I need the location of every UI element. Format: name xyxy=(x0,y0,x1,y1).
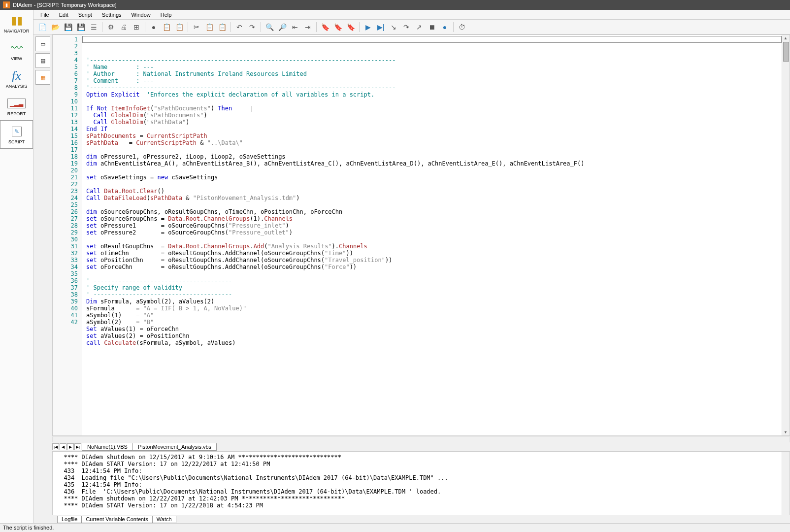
nav-view[interactable]: 〰VIEW xyxy=(0,37,33,65)
status-text: The script is finished. xyxy=(3,525,54,531)
nav-label: NAVIGATOR xyxy=(4,29,30,33)
tab-prev-icon[interactable]: ◀ xyxy=(60,443,66,450)
navigator-icon: ▮▮ xyxy=(8,14,26,28)
nav-script[interactable]: ✎SCRIPT xyxy=(0,120,33,149)
nav-report[interactable]: ▁▂▃REPORT xyxy=(0,93,33,120)
find-icon[interactable]: 🔍 xyxy=(263,21,275,33)
nav-analysis[interactable]: fxANALYSIS xyxy=(0,65,33,93)
status-bar: The script is finished. xyxy=(0,523,790,532)
code-area[interactable]: '---------------------------------------… xyxy=(82,35,782,435)
record-icon[interactable]: ● xyxy=(148,21,160,33)
undo-icon[interactable]: ↶ xyxy=(233,21,245,33)
menu-window[interactable]: Window xyxy=(127,12,156,18)
app-icon: ▮ xyxy=(3,1,10,8)
indent-icon[interactable]: ⇥ xyxy=(302,21,314,33)
replace-icon[interactable]: 🔎 xyxy=(276,21,288,33)
tab-last-icon[interactable]: ▶| xyxy=(74,443,81,450)
log-content[interactable]: **** DIAdem shutdown on 12/15/2017 at 9:… xyxy=(53,452,782,515)
open-icon[interactable]: 📂 xyxy=(49,21,61,33)
nav-label: SCRIPT xyxy=(8,139,25,144)
code-editor[interactable]: 1234567891011121314151617181920212223242… xyxy=(52,34,790,436)
log-tab-logfile[interactable]: Logfile xyxy=(57,516,82,523)
breakpoint-icon[interactable]: ● xyxy=(439,21,451,33)
tab-next-icon[interactable]: ▶ xyxy=(67,443,74,450)
run-to-icon[interactable]: ▶| xyxy=(375,21,387,33)
log-tab-bar: Logfile Current Variable Contents Watch xyxy=(52,515,790,523)
list-icon[interactable]: ☰ xyxy=(88,21,99,33)
menu-settings[interactable]: Settings xyxy=(97,12,127,18)
settings-icon[interactable]: ⚙ xyxy=(105,21,117,33)
left-nav-panel: ▮▮NAVIGATOR〰VIEWfxANALYSIS▁▂▃REPORT✎SCRI… xyxy=(0,10,33,532)
file-tab-bar: |◀ ◀ ▶ ▶| NoName(1).VBS PistonMovement_A… xyxy=(52,442,790,451)
doc2-icon[interactable]: 📋 xyxy=(173,21,185,33)
outdent-icon[interactable]: ⇤ xyxy=(289,21,301,33)
panel-icon-3[interactable]: ▦ xyxy=(35,70,50,85)
doc-icon[interactable]: 📋 xyxy=(161,21,172,33)
title-bar: ▮ DIAdem - [SCRIPT: Temporary Workspace] xyxy=(0,0,790,10)
scroll-thumb[interactable] xyxy=(783,42,789,62)
side-icon-bar: ▭ ▤ ▦ xyxy=(33,34,52,89)
copy-icon[interactable]: 📋 xyxy=(203,21,215,33)
window-title: DIAdem - [SCRIPT: Temporary Workspace] xyxy=(13,2,117,8)
bookmark-next-icon[interactable]: 🔖 xyxy=(345,21,357,33)
file-tab-piston[interactable]: PistonMovement_Analysis.vbs xyxy=(132,443,217,451)
nav-label: ANALYSIS xyxy=(6,84,27,89)
view-icon: 〰 xyxy=(8,41,26,55)
file-tab-noname[interactable]: NoName(1).VBS xyxy=(82,443,133,451)
profiler-icon[interactable]: ⏱ xyxy=(456,21,468,33)
nav-label: VIEW xyxy=(11,56,22,61)
paste-icon[interactable]: 📋 xyxy=(216,21,228,33)
vertical-scrollbar[interactable] xyxy=(782,35,790,435)
stop-icon[interactable]: ⏹ xyxy=(426,21,438,33)
tab-first-icon[interactable]: |◀ xyxy=(52,443,59,450)
step-out-icon[interactable]: ↗ xyxy=(413,21,425,33)
save-icon[interactable]: 💾 xyxy=(62,21,74,33)
print-icon[interactable]: 🖨 xyxy=(118,21,130,33)
menu-edit[interactable]: Edit xyxy=(54,12,73,18)
log-tab-watch[interactable]: Watch xyxy=(152,516,176,523)
menu-file[interactable]: File xyxy=(35,12,54,18)
redo-icon[interactable]: ↷ xyxy=(246,21,258,33)
menu-bar: FileEditScriptSettingsWindowHelp xyxy=(0,10,790,20)
main-toolbar: 📄 📂 💾 💾 ☰ ⚙ 🖨 ⊞ ● 📋 📋 ✂ 📋 📋 ↶ ↷ 🔍 🔎 ⇤ ⇥ … xyxy=(33,20,790,34)
panel-icon-1[interactable]: ▭ xyxy=(35,36,50,51)
menu-help[interactable]: Help xyxy=(156,12,177,18)
log-tab-variables[interactable]: Current Variable Contents xyxy=(81,516,152,523)
nav-label: REPORT xyxy=(7,111,26,116)
panel-icon-2[interactable]: ▤ xyxy=(35,53,50,68)
log-scrollbar[interactable] xyxy=(782,452,790,515)
nav-navigator[interactable]: ▮▮NAVIGATOR xyxy=(0,10,33,37)
analysis-icon: fx xyxy=(8,69,26,83)
calc-icon[interactable]: ⊞ xyxy=(131,21,142,33)
step-icon[interactable]: ↘ xyxy=(388,21,399,33)
line-number-gutter: 1234567891011121314151617181920212223242… xyxy=(53,35,82,435)
run-icon[interactable]: ▶ xyxy=(362,21,374,33)
step-over-icon[interactable]: ↷ xyxy=(400,21,412,33)
script-icon: ✎ xyxy=(8,125,26,138)
log-panel: **** DIAdem shutdown on 12/15/2017 at 9:… xyxy=(52,451,790,515)
bookmark-icon[interactable]: 🔖 xyxy=(319,21,331,33)
save-all-icon[interactable]: 💾 xyxy=(75,21,87,33)
new-file-icon[interactable]: 📄 xyxy=(36,21,48,33)
report-icon: ▁▂▃ xyxy=(8,97,26,110)
menu-script[interactable]: Script xyxy=(73,12,97,18)
bookmark-prev-icon[interactable]: 🔖 xyxy=(332,21,344,33)
cut-icon[interactable]: ✂ xyxy=(191,21,202,33)
